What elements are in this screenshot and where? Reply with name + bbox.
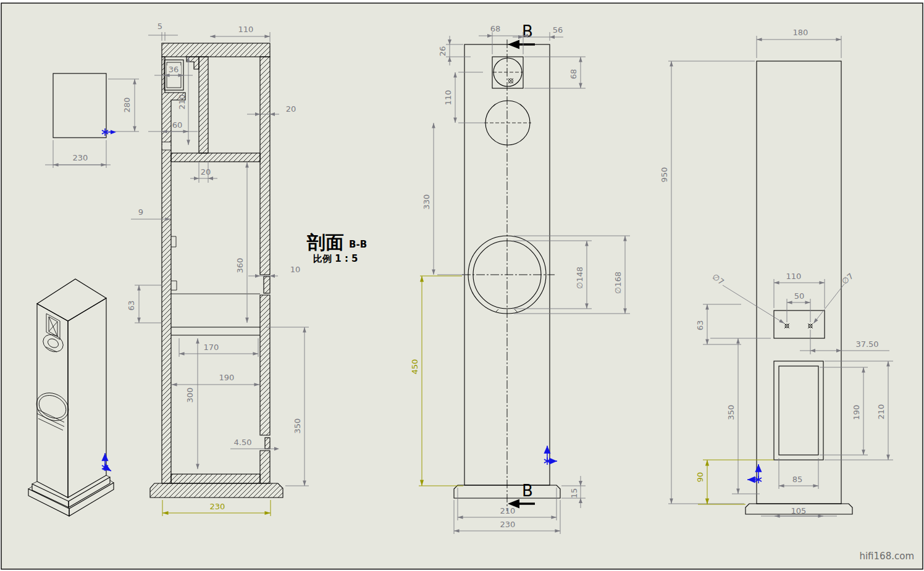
- dim-terminal-width: 110: [786, 272, 802, 281]
- dim-tweeter-width: 68: [490, 24, 501, 33]
- terminal-hole-left: [784, 323, 789, 328]
- dim-base-top-width: 210: [500, 506, 516, 515]
- viewport-frame: [1, 3, 923, 569]
- dim-port-width: 85: [792, 475, 803, 484]
- section-top-panel: [162, 43, 270, 57]
- dim-wall-thickness: 20: [286, 104, 296, 114]
- section-port-insert: [264, 277, 270, 293]
- dim-height: 950: [660, 167, 669, 183]
- scale-label: 比例 1 : 5: [313, 253, 358, 264]
- dim-mid-to-woofer: 330: [422, 194, 431, 210]
- dim-tweeter-height: 68: [569, 69, 578, 80]
- dim-port-height: 190: [852, 405, 861, 420]
- cad-drawing-canvas: 280 230: [0, 0, 924, 571]
- section-back-wall-mid: [260, 295, 270, 435]
- dim-base-depth: 105: [791, 506, 807, 515]
- section-shelf: [171, 153, 260, 162]
- dim-port-outer-height: 210: [876, 404, 886, 420]
- dim-woofer-inner: ∅148: [575, 267, 584, 289]
- dim-inner-width: 170: [204, 343, 219, 352]
- section-panel-insert: [265, 438, 270, 449]
- dim-woofer-outer: ∅168: [613, 272, 623, 294]
- dim-bottom-chamber-height: 350: [293, 419, 302, 434]
- terminal-hole-right: [808, 323, 813, 328]
- dim-top-width: 230: [73, 153, 88, 162]
- dim-lower-chamber-height: 300: [185, 388, 195, 403]
- dim-lower-width: 190: [219, 373, 235, 382]
- dim-upper-chamber-height: 210: [177, 94, 187, 110]
- drawing-sheet: 280 230: [0, 0, 924, 571]
- dim-step-height: 63: [127, 301, 136, 311]
- dim-tweeter-box: 36: [169, 65, 179, 74]
- dim-mid-chamber-height: 360: [235, 258, 245, 273]
- section-back-wall-upper: [260, 57, 270, 275]
- dim-tweeter-depth: 60: [172, 120, 183, 130]
- section-cut-label-bottom: B: [522, 481, 533, 500]
- dim-top-height: 280: [122, 98, 132, 113]
- dim-upper-chamber-width: 110: [238, 25, 254, 34]
- section-cut-label-top: B: [522, 22, 533, 41]
- section-back-wall-lower: [260, 451, 270, 483]
- dim-hole-spacing: 50: [794, 291, 805, 301]
- dim-tweeter-to-mid: 110: [443, 90, 453, 106]
- dim-section-base-width: 230: [210, 502, 225, 511]
- dim-port-to-terminal: 350: [726, 405, 736, 420]
- dim-side-wall: 9: [138, 207, 143, 217]
- dim-terminal-height: 63: [695, 320, 705, 331]
- dim-panel-thickness: 4.50: [234, 438, 252, 447]
- dim-top-offset: 26: [438, 46, 447, 57]
- section-title: 剖面: [306, 231, 344, 253]
- dim-front-base-width: 230: [500, 520, 516, 529]
- dim-top-right: 56: [553, 25, 563, 35]
- watermark: hifi168.com: [859, 551, 914, 562]
- section-ref: B-B: [349, 239, 367, 250]
- dim-base-height: 15: [569, 488, 579, 499]
- dim-back-wall: 10: [290, 265, 301, 274]
- dim-port-to-base: 90: [695, 472, 705, 483]
- dim-hole-offset: 37.50: [855, 340, 878, 349]
- dim-brace-thickness: 20: [201, 167, 211, 177]
- dim-baffle-offset: 5: [158, 22, 162, 31]
- section-bottom-panel: [171, 474, 260, 483]
- dim-woofer-to-base: 450: [410, 359, 419, 375]
- dim-depth: 180: [793, 28, 808, 37]
- section-base: [150, 483, 283, 498]
- section-partition: [199, 57, 208, 153]
